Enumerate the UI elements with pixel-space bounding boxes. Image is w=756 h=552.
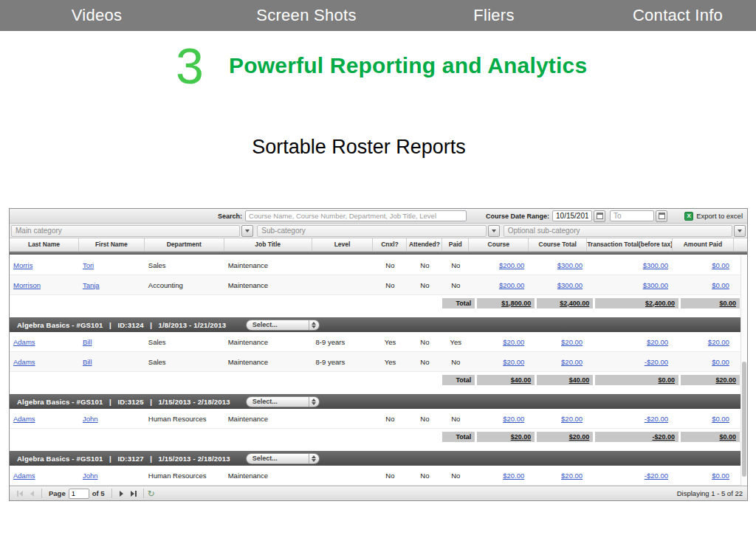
group-action-select[interactable]: Select...: [246, 453, 320, 464]
course-group-header: Algebra Basics - #GS101 | ID:3124 | 1/8/…: [10, 317, 747, 332]
cell-course[interactable]: $200.00: [469, 281, 529, 289]
select-label: Select...: [247, 398, 309, 405]
column-header-cnxl[interactable]: Cnxl?: [373, 238, 407, 251]
cell-last-name[interactable]: Adams: [10, 415, 79, 423]
total-course: $20.00: [477, 432, 535, 442]
date-to-calendar-button[interactable]: [656, 210, 667, 222]
nav-screen-shots[interactable]: Screen Shots: [256, 6, 357, 25]
cell-first-name[interactable]: John: [79, 472, 145, 480]
cell-transaction-total[interactable]: -$20.00: [587, 415, 673, 423]
cell-job-title: Maintenance: [224, 358, 312, 366]
cell-department: Sales: [145, 261, 224, 269]
column-header-attended[interactable]: Attended?: [407, 238, 442, 251]
cell-amount-paid[interactable]: $0.00: [673, 281, 734, 289]
cell-course-total[interactable]: $20.00: [529, 338, 587, 346]
total-label: Total: [442, 298, 475, 308]
column-header-course[interactable]: Course: [469, 238, 529, 251]
cell-course[interactable]: $20.00: [469, 338, 529, 346]
course-group-title: Algebra Basics - #GS101 | ID:3127 | 1/15…: [10, 455, 246, 463]
cell-course-total[interactable]: $20.00: [529, 415, 587, 423]
cell-level: 8-9 years: [312, 338, 374, 346]
displaying-label: Displaying 1 - 5 of 22: [677, 489, 743, 497]
cell-first-name[interactable]: Bill: [79, 338, 145, 346]
cell-level: 8-9 years: [312, 358, 374, 366]
cell-course-total[interactable]: $20.00: [529, 472, 587, 480]
column-header-transaction-total[interactable]: Transaction Total(before tax): [587, 238, 673, 251]
cell-transaction-total[interactable]: $300.00: [587, 281, 673, 289]
main-category-dropdown[interactable]: Main category: [11, 225, 240, 237]
group-total-row: Total$40.00$40.00$0.00$20.00: [10, 372, 747, 387]
calendar-icon: [659, 213, 665, 219]
first-page-button[interactable]: [14, 488, 26, 500]
vertical-scrollbar[interactable]: [740, 255, 747, 486]
date-from-calendar-button[interactable]: [594, 210, 605, 222]
sub-category-dropdown-button[interactable]: [488, 225, 500, 237]
cell-first-name[interactable]: Tori: [79, 261, 145, 269]
nav-contact-info[interactable]: Contact Info: [633, 6, 723, 25]
cell-amount-paid[interactable]: $0.00: [673, 472, 734, 480]
optional-sub-category-dropdown[interactable]: Optional sub-category: [504, 225, 732, 237]
cell-paid: No: [442, 415, 469, 423]
nav-videos[interactable]: Videos: [72, 6, 123, 25]
column-header-course-total[interactable]: Course Total: [529, 238, 587, 251]
calendar-icon: [597, 213, 603, 219]
column-header-job-title[interactable]: Job Title: [224, 238, 312, 251]
course-group-header: Algebra Basics - #GS101 | ID:3125 | 1/15…: [10, 394, 747, 409]
cell-course[interactable]: $20.00: [469, 358, 529, 366]
cell-last-name[interactable]: Morris: [10, 261, 79, 269]
pagination-bar: Page of 5 ↻ Displaying 1 - 5 of 22: [10, 486, 747, 500]
date-to-input[interactable]: [610, 210, 654, 221]
cell-last-name[interactable]: Adams: [10, 358, 79, 366]
category-filters-row: Main category Sub-category Optional sub-…: [10, 224, 747, 238]
cell-transaction-total[interactable]: -$20.00: [587, 472, 673, 480]
cell-first-name[interactable]: John: [79, 415, 145, 423]
column-header-first-name[interactable]: First Name: [79, 238, 145, 251]
refresh-icon[interactable]: ↻: [148, 489, 155, 498]
group-action-select[interactable]: Select...: [246, 320, 320, 331]
cell-course[interactable]: $20.00: [469, 415, 529, 423]
date-from-input[interactable]: [552, 210, 592, 221]
export-to-excel-link[interactable]: Export to excel: [696, 212, 743, 220]
cell-amount-paid[interactable]: $20.00: [673, 338, 734, 346]
cell-last-name[interactable]: Morrison: [10, 281, 79, 289]
scrollbar-thumb[interactable]: [742, 362, 746, 477]
first-page-icon: [17, 491, 18, 497]
cell-transaction-total[interactable]: $20.00: [587, 338, 673, 346]
cell-cnxl: No: [373, 472, 407, 480]
sub-category-dropdown[interactable]: Sub-category: [257, 225, 486, 237]
cell-last-name[interactable]: Adams: [10, 338, 79, 346]
group-total-row: Total$1,800.00$2,400.00$2,400.00$0.00: [10, 295, 747, 311]
cell-course-total[interactable]: $300.00: [529, 261, 587, 269]
column-header-amount-paid[interactable]: Amount Paid: [673, 238, 734, 251]
cell-transaction-total[interactable]: -$20.00: [587, 358, 673, 366]
cell-amount-paid[interactable]: $0.00: [673, 261, 734, 269]
prev-page-button[interactable]: [26, 488, 38, 500]
page-title: Powerful Reporting and Analytics: [229, 53, 587, 78]
search-input[interactable]: [245, 210, 467, 221]
page-number-input[interactable]: [69, 489, 89, 499]
total-amount-paid: $0.00: [681, 298, 740, 308]
column-header-level[interactable]: Level: [312, 238, 374, 251]
last-page-button[interactable]: [128, 488, 140, 500]
cell-amount-paid[interactable]: $0.00: [673, 415, 734, 423]
cell-amount-paid[interactable]: $0.00: [673, 358, 734, 366]
arrow-right-icon: [131, 491, 134, 497]
cell-course-total[interactable]: $300.00: [529, 281, 587, 289]
cell-course-total[interactable]: $20.00: [529, 358, 587, 366]
cell-last-name[interactable]: Adams: [10, 472, 79, 480]
column-header-department[interactable]: Department: [145, 238, 224, 251]
column-header-last-name[interactable]: Last Name: [10, 238, 79, 251]
group-action-select[interactable]: Select...: [246, 396, 320, 407]
cell-first-name[interactable]: Bill: [79, 358, 145, 366]
next-page-button[interactable]: [116, 488, 128, 500]
nav-fliers[interactable]: Fliers: [473, 6, 515, 25]
course-group-title: Algebra Basics - #GS101 | ID:3124 | 1/8/…: [10, 321, 246, 329]
table-row: AdamsJohnHuman ResourcesMaintenanceNoNoN…: [10, 409, 747, 429]
cell-transaction-total[interactable]: $300.00: [587, 261, 673, 269]
optional-sub-category-dropdown-button[interactable]: [734, 225, 746, 237]
cell-first-name[interactable]: Tanja: [79, 281, 145, 289]
cell-course[interactable]: $20.00: [469, 472, 529, 480]
main-category-dropdown-button[interactable]: [241, 225, 253, 237]
column-header-paid[interactable]: Paid: [442, 238, 469, 251]
cell-course[interactable]: $200.00: [469, 261, 529, 269]
